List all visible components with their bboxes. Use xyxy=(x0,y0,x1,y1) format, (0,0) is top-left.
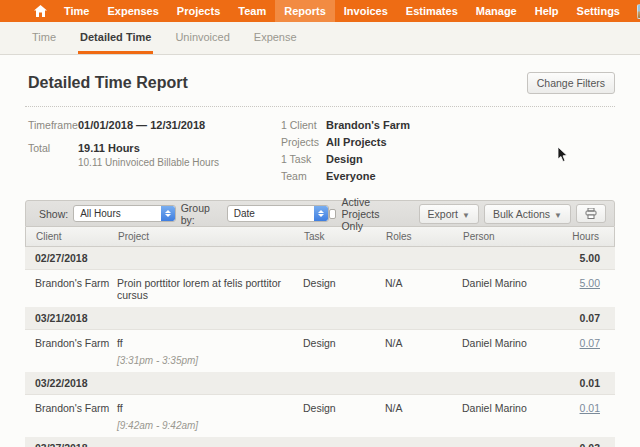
total-label: Total xyxy=(28,142,78,168)
change-filters-button[interactable]: Change Filters xyxy=(527,72,615,94)
team-label: Team xyxy=(281,170,326,182)
col-project: Project xyxy=(118,231,304,242)
subtab-time[interactable]: Time xyxy=(30,22,58,54)
client-label: 1 Client xyxy=(281,119,326,131)
entry-roles: N/A xyxy=(385,402,462,431)
active-projects-label: Active Projects Only xyxy=(341,196,403,232)
date-group-row: 03/21/20180.07 xyxy=(25,307,615,330)
report-toolbar: Show: All Hours Group by: Date Active Pr… xyxy=(25,200,615,227)
entry-project: ff[3:31pm - 3:35pm] xyxy=(117,337,303,366)
col-roles: Roles xyxy=(386,231,463,242)
entry-person: Daniel Marino xyxy=(462,277,565,301)
date-group-row: 02/27/20185.00 xyxy=(25,247,615,270)
entry-project: Proin porttitor lorem at felis porttitor… xyxy=(117,277,303,301)
col-client: Client xyxy=(36,231,118,242)
nav-item-team[interactable]: Team xyxy=(229,0,275,22)
group-total-hours: 5.00 xyxy=(580,252,600,264)
total-hours-value: 19.11 Hours xyxy=(78,142,140,154)
show-label: Show: xyxy=(39,208,68,220)
nav-item-help[interactable]: Help xyxy=(526,5,568,17)
task-label: 1 Task xyxy=(281,153,326,165)
caret-down-icon: ▼ xyxy=(554,211,562,220)
entry-roles: N/A xyxy=(385,277,462,301)
caret-down-icon: ▼ xyxy=(462,211,470,220)
nav-item-estimates[interactable]: Estimates xyxy=(397,0,467,22)
group-by-label: Group by: xyxy=(181,202,222,226)
task-value: Design xyxy=(326,153,363,165)
entry-roles: N/A xyxy=(385,337,462,366)
subtab-uninvoiced[interactable]: Uninvoiced xyxy=(173,22,231,54)
entry-person: Daniel Marino xyxy=(462,337,565,366)
entry-hours-cell: 5.00 xyxy=(565,277,615,301)
entry-person: Daniel Marino xyxy=(462,402,565,431)
page-title: Detailed Time Report xyxy=(28,74,188,92)
group-by-select[interactable]: Date xyxy=(227,205,329,222)
export-button[interactable]: Export▼ xyxy=(419,204,479,224)
entry-hours-cell: 0.07 xyxy=(565,337,615,366)
nav-item-settings[interactable]: Settings xyxy=(568,5,629,17)
group-total-hours: 0.07 xyxy=(580,312,600,324)
hours-link[interactable]: 5.00 xyxy=(580,277,600,289)
show-select[interactable]: All Hours xyxy=(73,205,175,222)
nav-item-projects[interactable]: Projects xyxy=(168,0,229,22)
nav-item-reports[interactable]: Reports xyxy=(275,0,335,22)
subtab-detailed-time[interactable]: Detailed Time xyxy=(78,22,153,54)
entry-client: Brandon's Farm xyxy=(35,337,117,366)
entry-client: Brandon's Farm xyxy=(35,277,117,301)
show-select-value: All Hours xyxy=(74,208,160,219)
entry-hours-cell: 0.01 xyxy=(565,402,615,431)
active-projects-checkbox[interactable] xyxy=(329,209,336,219)
group-date: 03/22/2018 xyxy=(35,377,88,389)
group-date: 03/27/2018 xyxy=(35,442,88,447)
primary-nav-items: TimeExpensesProjectsTeamReportsInvoicesE… xyxy=(55,0,526,22)
nav-item-manage[interactable]: Manage xyxy=(467,0,526,22)
subtab-expense[interactable]: Expense xyxy=(252,22,299,54)
client-value: Brandon's Farm xyxy=(326,119,410,131)
group-total-hours: 0.01 xyxy=(580,377,600,389)
hours-link[interactable]: 0.01 xyxy=(580,402,600,414)
nav-item-expenses[interactable]: Expenses xyxy=(98,0,167,22)
uninvoiced-hours-note: 10.11 Uninvoiced Billable Hours xyxy=(78,157,219,168)
timeframe-label: Timeframe xyxy=(28,119,78,131)
nav-item-invoices[interactable]: Invoices xyxy=(335,0,397,22)
entry-time-range: [3:31pm - 3:35pm] xyxy=(117,355,303,366)
report-table-body: 02/27/20185.00Brandon's FarmProin portti… xyxy=(25,247,615,447)
nav-item-time[interactable]: Time xyxy=(55,0,98,22)
time-entry-row: Brandon's Farmff[9:42am - 9:42am]DesignN… xyxy=(25,395,615,437)
entry-project: ff[9:42am - 9:42am] xyxy=(117,402,303,431)
timeframe-value: 01/01/2018 — 12/31/2018 xyxy=(78,119,205,131)
col-hours: Hours xyxy=(566,231,614,242)
report-summary: Timeframe 01/01/2018 — 12/31/2018 Total … xyxy=(25,107,615,197)
printer-icon xyxy=(585,208,597,219)
entry-task: Design xyxy=(303,277,385,301)
entry-task: Design xyxy=(303,337,385,366)
team-value: Everyone xyxy=(326,170,376,182)
select-stepper-icon xyxy=(314,206,328,221)
entry-time-range: [9:42am - 9:42am] xyxy=(117,420,303,431)
col-person: Person xyxy=(463,231,566,242)
home-icon[interactable] xyxy=(26,0,55,22)
time-entry-row: Brandon's Farmff[3:31pm - 3:35pm]DesignN… xyxy=(25,330,615,372)
time-entry-row: Brandon's FarmProin porttitor lorem at f… xyxy=(25,270,615,307)
entry-project-name: ff xyxy=(117,337,303,349)
print-button[interactable] xyxy=(576,204,606,223)
bulk-actions-button[interactable]: Bulk Actions▼ xyxy=(484,204,571,224)
group-date: 02/27/2018 xyxy=(35,252,88,264)
date-group-row: 03/27/20180.03 xyxy=(25,437,615,447)
main-content: Detailed Time Report Change Filters Time… xyxy=(0,55,640,447)
reports-subnav: TimeDetailed TimeUninvoicedExpense xyxy=(0,22,640,55)
entry-project-name: ff xyxy=(117,402,303,414)
hours-link[interactable]: 0.07 xyxy=(580,337,600,349)
select-stepper-icon xyxy=(161,206,175,221)
projects-value: All Projects xyxy=(326,136,387,148)
entry-project-name: Proin porttitor lorem at felis porttitor… xyxy=(117,277,303,301)
group-total-hours: 0.03 xyxy=(580,442,600,447)
primary-nav: TimeExpensesProjectsTeamReportsInvoicesE… xyxy=(0,0,640,22)
group-by-select-value: Date xyxy=(228,208,314,219)
entry-task: Design xyxy=(303,402,385,431)
entry-client: Brandon's Farm xyxy=(35,402,117,431)
date-group-row: 03/22/20180.01 xyxy=(25,372,615,395)
group-date: 03/21/2018 xyxy=(35,312,88,324)
projects-label: Projects xyxy=(281,136,326,148)
col-task: Task xyxy=(304,231,386,242)
